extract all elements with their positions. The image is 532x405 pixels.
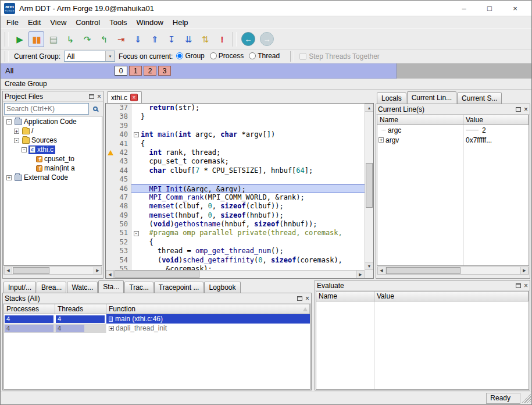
maximize-button[interactable]: □ bbox=[477, 4, 502, 13]
menu-item-edit[interactable]: Edit bbox=[23, 17, 45, 28]
bottom-stack-frame-button[interactable]: ↧ bbox=[163, 31, 179, 47]
scroll-right-icon[interactable]: ▶ bbox=[94, 267, 102, 274]
menu-item-view[interactable]: View bbox=[45, 17, 71, 28]
code-line-46[interactable]: 46 MPI_Init(&argc, &argv); bbox=[106, 184, 365, 193]
project-horizontal-scrollbar[interactable]: ◀ ▶ bbox=[3, 267, 102, 275]
scroll-right-icon[interactable]: ▶ bbox=[520, 267, 529, 274]
column-header-value[interactable]: Value bbox=[374, 292, 529, 301]
tree-item-main-int-a[interactable]: main(int a bbox=[4, 164, 102, 173]
step-over-button[interactable]: ↷ bbox=[79, 31, 95, 47]
scroll-up-icon[interactable]: ▲ bbox=[365, 104, 373, 112]
add-breakpoint-button[interactable]: ▤ bbox=[45, 31, 61, 47]
column-header-name[interactable]: Name bbox=[316, 292, 374, 301]
menu-item-control[interactable]: Control bbox=[71, 17, 105, 28]
tab-brea[interactable]: Brea... bbox=[37, 282, 66, 293]
column-header-function[interactable]: Function bbox=[106, 304, 310, 314]
step-into-button[interactable]: ↳ bbox=[62, 31, 78, 47]
code-line-51[interactable]: 51- #pragma omp parallel private(thread,… bbox=[106, 229, 365, 237]
fold-icon[interactable]: - bbox=[134, 231, 139, 236]
column-header-processes[interactable]: Processes bbox=[4, 304, 55, 314]
tab-current-lin[interactable]: Current Lin... bbox=[407, 91, 456, 104]
menu-item-file[interactable]: File bbox=[2, 17, 23, 28]
scroll-left-icon[interactable]: ◀ bbox=[377, 267, 385, 274]
code-line-48[interactable]: 48 memset(clbuf, 0, sizeof(clbuf)); bbox=[106, 202, 365, 211]
stack-row-dapli-thread-init[interactable]: 44+dapli_thread_init bbox=[4, 324, 310, 333]
code-line-53[interactable]: 53 thread = omp_get_thread_num(); bbox=[106, 247, 365, 255]
code-line-40[interactable]: 40-int main(int argc, char *argv[]) bbox=[106, 130, 365, 139]
fold-icon[interactable]: - bbox=[134, 132, 139, 137]
code-line-41[interactable]: 41{ bbox=[106, 140, 365, 148]
run-to-line-button[interactable]: ⇥ bbox=[113, 31, 128, 47]
tree-expander-icon[interactable]: - bbox=[22, 147, 27, 152]
scroll-down-icon[interactable]: ▼ bbox=[365, 262, 373, 270]
menu-item-window[interactable]: Window bbox=[132, 17, 168, 28]
tab-tracepoint[interactable]: Tracepoint ... bbox=[154, 282, 204, 293]
tab-watc[interactable]: Watc... bbox=[67, 282, 98, 293]
focus-radio-input-thread[interactable] bbox=[249, 52, 256, 59]
up-stack-frame-button[interactable]: ⇑ bbox=[147, 31, 162, 47]
close-tab-icon[interactable]: × bbox=[130, 94, 138, 101]
tree-item-xthi-c[interactable]: -xthi.c bbox=[4, 145, 102, 154]
panel-float-icon[interactable] bbox=[516, 107, 521, 112]
scroll-left-icon[interactable]: ◀ bbox=[4, 267, 12, 274]
focus-radio-input-group[interactable] bbox=[176, 52, 183, 59]
tree-expander-icon[interactable]: + bbox=[6, 175, 12, 180]
expander-icon[interactable]: + bbox=[109, 326, 114, 331]
column-header-value[interactable]: Value bbox=[463, 115, 529, 125]
group-all[interactable]: All 0123 bbox=[1, 63, 397, 79]
code-line-52[interactable]: 52 { bbox=[106, 238, 365, 247]
code-line-37[interactable]: 37 return(str); bbox=[106, 104, 365, 112]
focus-radio-group[interactable]: Group bbox=[176, 52, 204, 60]
process-box-1[interactable]: 1 bbox=[129, 66, 142, 76]
panel-close-icon[interactable]: × bbox=[524, 106, 528, 112]
tree-item-cpuset-to[interactable]: cpuset_to bbox=[4, 154, 102, 164]
panel-float-icon[interactable] bbox=[89, 94, 94, 99]
scroll-right-icon[interactable]: ▶ bbox=[356, 271, 365, 278]
scrollbar-thumb[interactable] bbox=[366, 163, 373, 208]
abort-button[interactable]: ! bbox=[214, 31, 230, 47]
menu-item-tools[interactable]: Tools bbox=[105, 17, 131, 28]
focus-radio-thread[interactable]: Thread bbox=[249, 52, 280, 60]
current-group-select[interactable]: All ▼ bbox=[64, 51, 115, 62]
tab-logbook[interactable]: Logbook bbox=[204, 282, 240, 293]
sync-source-button[interactable]: ⇅ bbox=[197, 31, 213, 47]
tab-xthi-c[interactable]: xthi.c × bbox=[107, 91, 142, 103]
tab-current-s[interactable]: Current S... bbox=[457, 93, 502, 104]
column-header-name[interactable]: Name bbox=[377, 115, 463, 125]
stack-row-main-xthi-c-46[interactable]: 44main (xthi.c:46) bbox=[4, 314, 310, 324]
scrollbar-thumb[interactable] bbox=[13, 267, 49, 274]
expander-icon[interactable]: + bbox=[379, 137, 384, 143]
column-header-threads[interactable]: Threads bbox=[55, 304, 106, 314]
tree-item-external-code[interactable]: +External Code bbox=[4, 173, 102, 182]
forward-button[interactable]: → bbox=[260, 32, 274, 46]
code-line-54[interactable]: 54 (void)sched_getaffinity(0, sizeof(cor… bbox=[106, 256, 365, 265]
focus-radio-input-process[interactable] bbox=[210, 52, 217, 59]
create-group-button[interactable]: Create Group bbox=[1, 79, 531, 90]
panel-close-icon[interactable]: × bbox=[524, 283, 528, 289]
code-line-49[interactable]: 49 memset(hnbuf, 0, sizeof(hnbuf)); bbox=[106, 211, 365, 220]
code-line-47[interactable]: 47 MPI_Comm_rank(MPI_COMM_WORLD, &rank); bbox=[106, 193, 365, 202]
panel-float-icon[interactable] bbox=[297, 296, 302, 301]
tab-input[interactable]: Input/... bbox=[3, 282, 36, 293]
code-line-39[interactable]: 39 bbox=[106, 122, 365, 130]
code-line-38[interactable]: 38} bbox=[106, 112, 365, 121]
tab-locals[interactable]: Locals bbox=[377, 93, 406, 104]
step-threads-checkbox[interactable]: Step Threads Together bbox=[299, 52, 380, 61]
search-icon[interactable] bbox=[89, 103, 102, 115]
tree-item-application-code[interactable]: -Application Code bbox=[4, 117, 102, 126]
run-button[interactable]: ▶ bbox=[12, 31, 27, 47]
align-stacks-button[interactable]: ⇊ bbox=[180, 31, 196, 47]
code-line-50[interactable]: 50 (void)gethostname(hnbuf, sizeof(hnbuf… bbox=[106, 220, 365, 229]
tree-item-item[interactable]: +/ bbox=[4, 126, 102, 136]
code-line-45[interactable]: 45 bbox=[106, 175, 365, 184]
back-button[interactable]: ← bbox=[241, 32, 255, 46]
process-box-0[interactable]: 0 bbox=[115, 66, 127, 76]
tree-item-sources[interactable]: -Sources bbox=[4, 136, 102, 145]
tab-trac[interactable]: Trac... bbox=[124, 282, 153, 293]
resize-grip[interactable] bbox=[522, 394, 531, 403]
tab-sta[interactable]: Sta... bbox=[98, 280, 124, 293]
code-line-42[interactable]: 42 int rank, thread; bbox=[106, 148, 365, 157]
code-line-44[interactable]: 44 char clbuf[7 * CPU_SETSIZE], hnbuf[64… bbox=[106, 166, 365, 175]
process-box-2[interactable]: 2 bbox=[144, 66, 156, 76]
scrollbar-thumb[interactable] bbox=[115, 271, 199, 278]
